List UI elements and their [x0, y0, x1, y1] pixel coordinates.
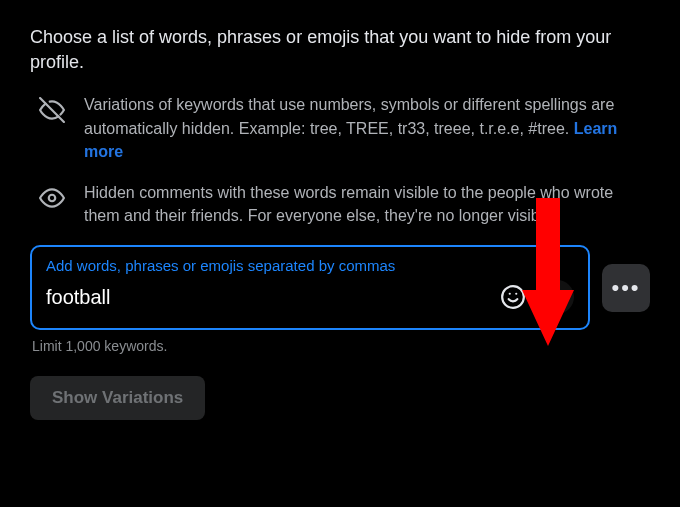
visibility-info-row: Hidden comments with these words remain …: [30, 181, 650, 227]
eye-icon: [38, 185, 66, 211]
variations-info-body: Variations of keywords that use numbers,…: [84, 96, 614, 136]
keyword-input-label: Add words, phrases or emojis separated b…: [46, 257, 574, 274]
intro-text: Choose a list of words, phrases or emoji…: [30, 25, 650, 75]
ellipsis-icon: •••: [611, 275, 640, 301]
keyword-input[interactable]: [46, 286, 486, 309]
more-options-button[interactable]: •••: [602, 264, 650, 312]
eye-off-icon: [38, 97, 66, 123]
svg-point-1: [49, 195, 56, 202]
visibility-info-text: Hidden comments with these words remain …: [84, 181, 650, 227]
svg-point-2: [502, 286, 524, 308]
emoji-picker-icon[interactable]: [496, 280, 530, 314]
add-keyword-button[interactable]: [540, 280, 574, 314]
variations-info-text: Variations of keywords that use numbers,…: [84, 93, 650, 163]
show-variations-button: Show Variations: [30, 376, 205, 420]
keyword-input-row: Add words, phrases or emojis separated b…: [30, 245, 650, 330]
keyword-limit-text: Limit 1,000 keywords.: [32, 338, 650, 354]
variations-info-row: Variations of keywords that use numbers,…: [30, 93, 650, 163]
keyword-input-box[interactable]: Add words, phrases or emojis separated b…: [30, 245, 590, 330]
